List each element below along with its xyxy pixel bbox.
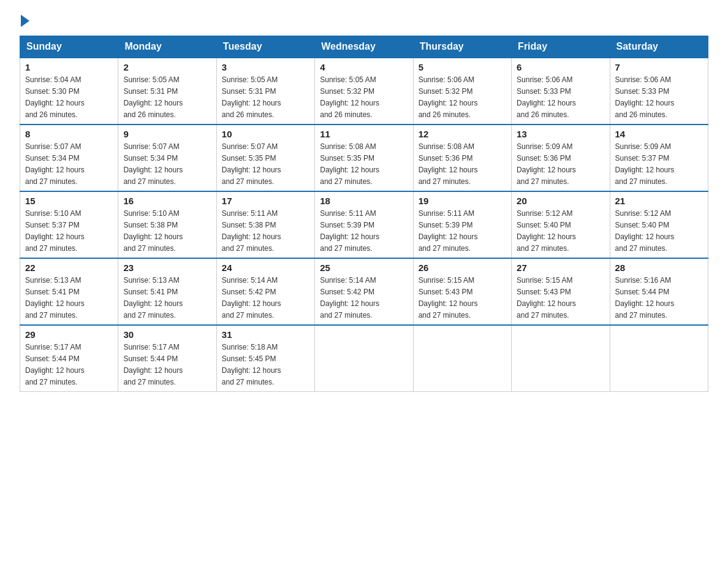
table-row: 23 Sunrise: 5:13 AMSunset: 5:41 PMDaylig… [118,258,216,325]
day-number: 3 [222,62,309,72]
table-row: 26 Sunrise: 5:15 AMSunset: 5:43 PMDaylig… [413,258,511,325]
table-row [315,325,413,392]
day-number: 10 [222,129,309,139]
calendar-table: SundayMondayTuesdayWednesdayThursdayFrid… [20,36,708,392]
day-header-wednesday: Wednesday [315,36,413,58]
day-info: Sunrise: 5:14 AMSunset: 5:42 PMDaylight:… [222,276,281,320]
table-row: 27 Sunrise: 5:15 AMSunset: 5:43 PMDaylig… [512,258,610,325]
table-row: 24 Sunrise: 5:14 AMSunset: 5:42 PMDaylig… [216,258,314,325]
day-number: 6 [517,62,604,72]
day-number: 12 [419,129,506,139]
day-number: 24 [222,262,309,273]
day-number: 5 [419,62,506,72]
table-row: 19 Sunrise: 5:11 AMSunset: 5:39 PMDaylig… [413,191,511,258]
day-number: 15 [25,196,113,206]
day-header-sunday: Sunday [20,36,118,58]
table-row: 5 Sunrise: 5:06 AMSunset: 5:32 PMDayligh… [413,58,511,124]
day-info: Sunrise: 5:16 AMSunset: 5:44 PMDaylight:… [615,276,675,320]
calendar-week-2: 8 Sunrise: 5:07 AMSunset: 5:34 PMDayligh… [20,124,708,191]
table-row: 15 Sunrise: 5:10 AMSunset: 5:37 PMDaylig… [20,191,118,258]
day-info: Sunrise: 5:07 AMSunset: 5:34 PMDaylight:… [123,142,183,186]
day-info: Sunrise: 5:18 AMSunset: 5:45 PMDaylight:… [222,343,281,386]
table-row: 12 Sunrise: 5:08 AMSunset: 5:36 PMDaylig… [413,124,511,191]
day-info: Sunrise: 5:08 AMSunset: 5:35 PMDaylight:… [320,142,379,186]
table-row [610,325,708,392]
day-header-monday: Monday [118,36,216,58]
day-info: Sunrise: 5:06 AMSunset: 5:33 PMDaylight:… [615,75,675,119]
day-number: 9 [123,129,211,139]
table-row: 2 Sunrise: 5:05 AMSunset: 5:31 PMDayligh… [118,58,216,124]
day-info: Sunrise: 5:14 AMSunset: 5:42 PMDaylight:… [320,276,379,320]
day-number: 28 [615,262,703,273]
day-number: 18 [320,196,408,206]
day-info: Sunrise: 5:15 AMSunset: 5:43 PMDaylight:… [419,276,478,320]
table-row: 25 Sunrise: 5:14 AMSunset: 5:42 PMDaylig… [315,258,413,325]
table-row: 28 Sunrise: 5:16 AMSunset: 5:44 PMDaylig… [610,258,708,325]
table-row: 11 Sunrise: 5:08 AMSunset: 5:35 PMDaylig… [315,124,413,191]
day-number: 20 [517,196,604,206]
day-info: Sunrise: 5:17 AMSunset: 5:44 PMDaylight:… [123,343,183,386]
table-row: 17 Sunrise: 5:11 AMSunset: 5:38 PMDaylig… [216,191,314,258]
day-number: 13 [517,129,604,139]
day-info: Sunrise: 5:10 AMSunset: 5:37 PMDaylight:… [25,209,85,253]
day-number: 17 [222,196,309,206]
day-header-saturday: Saturday [610,36,708,58]
day-info: Sunrise: 5:09 AMSunset: 5:37 PMDaylight:… [615,142,675,186]
day-header-tuesday: Tuesday [216,36,314,58]
day-number: 14 [615,129,703,139]
logo-arrow-icon [21,15,29,27]
calendar-header: SundayMondayTuesdayWednesdayThursdayFrid… [20,36,708,58]
calendar-week-5: 29 Sunrise: 5:17 AMSunset: 5:44 PMDaylig… [20,325,708,392]
table-row: 20 Sunrise: 5:12 AMSunset: 5:40 PMDaylig… [512,191,610,258]
calendar-week-4: 22 Sunrise: 5:13 AMSunset: 5:41 PMDaylig… [20,258,708,325]
day-info: Sunrise: 5:12 AMSunset: 5:40 PMDaylight:… [615,209,675,253]
table-row: 9 Sunrise: 5:07 AMSunset: 5:34 PMDayligh… [118,124,216,191]
table-row: 10 Sunrise: 5:07 AMSunset: 5:35 PMDaylig… [216,124,314,191]
day-info: Sunrise: 5:11 AMSunset: 5:38 PMDaylight:… [222,209,281,253]
day-number: 23 [123,262,211,273]
day-info: Sunrise: 5:05 AMSunset: 5:32 PMDaylight:… [320,75,379,119]
day-info: Sunrise: 5:04 AMSunset: 5:30 PMDaylight:… [25,75,85,119]
day-info: Sunrise: 5:05 AMSunset: 5:31 PMDaylight:… [123,75,183,119]
table-row: 13 Sunrise: 5:09 AMSunset: 5:36 PMDaylig… [512,124,610,191]
table-row: 8 Sunrise: 5:07 AMSunset: 5:34 PMDayligh… [20,124,118,191]
day-number: 21 [615,196,703,206]
table-row: 4 Sunrise: 5:05 AMSunset: 5:32 PMDayligh… [315,58,413,124]
day-number: 25 [320,262,408,273]
day-number: 27 [517,262,604,273]
table-row: 29 Sunrise: 5:17 AMSunset: 5:44 PMDaylig… [20,325,118,392]
day-info: Sunrise: 5:11 AMSunset: 5:39 PMDaylight:… [320,209,379,253]
day-number: 2 [123,62,211,72]
day-number: 30 [123,329,211,340]
calendar-week-3: 15 Sunrise: 5:10 AMSunset: 5:37 PMDaylig… [20,191,708,258]
table-row: 22 Sunrise: 5:13 AMSunset: 5:41 PMDaylig… [20,258,118,325]
day-info: Sunrise: 5:06 AMSunset: 5:32 PMDaylight:… [419,75,478,119]
table-row: 14 Sunrise: 5:09 AMSunset: 5:37 PMDaylig… [610,124,708,191]
day-number: 29 [25,329,113,340]
day-number: 19 [419,196,506,206]
day-number: 4 [320,62,408,72]
day-info: Sunrise: 5:12 AMSunset: 5:40 PMDaylight:… [517,209,576,253]
day-number: 1 [25,62,113,72]
day-info: Sunrise: 5:11 AMSunset: 5:39 PMDaylight:… [419,209,478,253]
day-header-friday: Friday [512,36,610,58]
day-info: Sunrise: 5:05 AMSunset: 5:31 PMDaylight:… [222,75,281,119]
day-number: 16 [123,196,211,206]
day-number: 26 [419,262,506,273]
calendar-body: 1 Sunrise: 5:04 AMSunset: 5:30 PMDayligh… [20,58,708,392]
day-info: Sunrise: 5:07 AMSunset: 5:35 PMDaylight:… [222,142,281,186]
table-row: 18 Sunrise: 5:11 AMSunset: 5:39 PMDaylig… [315,191,413,258]
table-row: 31 Sunrise: 5:18 AMSunset: 5:45 PMDaylig… [216,325,314,392]
day-info: Sunrise: 5:06 AMSunset: 5:33 PMDaylight:… [517,75,576,119]
table-row [413,325,511,392]
table-row: 1 Sunrise: 5:04 AMSunset: 5:30 PMDayligh… [20,58,118,124]
table-row: 3 Sunrise: 5:05 AMSunset: 5:31 PMDayligh… [216,58,314,124]
day-info: Sunrise: 5:09 AMSunset: 5:36 PMDaylight:… [517,142,576,186]
page-header [20,15,708,26]
table-row: 16 Sunrise: 5:10 AMSunset: 5:38 PMDaylig… [118,191,216,258]
day-header-thursday: Thursday [413,36,511,58]
table-row: 7 Sunrise: 5:06 AMSunset: 5:33 PMDayligh… [610,58,708,124]
day-number: 11 [320,129,408,139]
day-number: 22 [25,262,113,273]
table-row: 21 Sunrise: 5:12 AMSunset: 5:40 PMDaylig… [610,191,708,258]
